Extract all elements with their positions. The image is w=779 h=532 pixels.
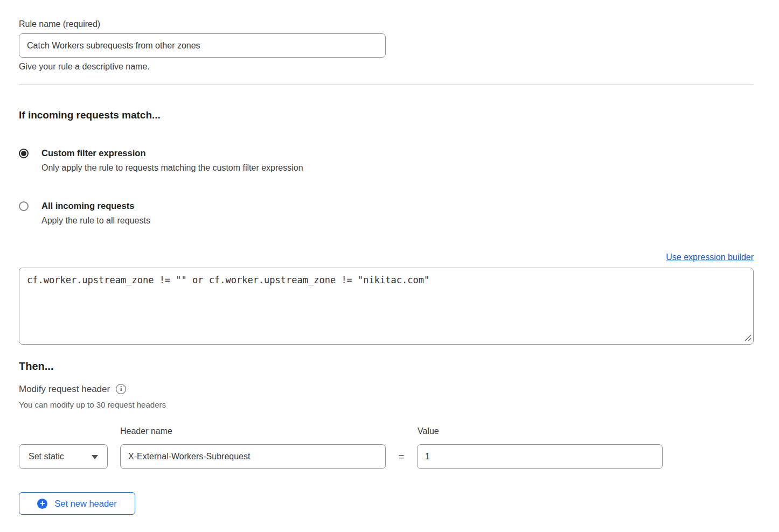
radio-option-description: Only apply the rule to requests matching… bbox=[41, 163, 303, 173]
header-name-label: Header name bbox=[120, 426, 172, 436]
header-name-input[interactable] bbox=[120, 444, 386, 469]
resize-handle-icon[interactable] bbox=[744, 334, 752, 341]
set-new-header-button[interactable]: + Set new header bbox=[19, 492, 135, 515]
operation-select[interactable]: Set static bbox=[19, 444, 108, 469]
expression-editor: cf.worker.upstream_zone != "" or cf.work… bbox=[19, 268, 754, 345]
equals-sign: = bbox=[386, 451, 417, 463]
set-new-header-label: Set new header bbox=[54, 499, 117, 509]
value-label: Value bbox=[418, 426, 439, 436]
chevron-down-icon bbox=[92, 455, 98, 459]
radio-button-icon[interactable] bbox=[19, 149, 29, 158]
modify-request-header-label: Modify request header bbox=[19, 383, 110, 395]
rule-name-input[interactable] bbox=[19, 33, 386, 58]
match-section-heading: If incoming requests match... bbox=[19, 109, 754, 121]
operation-select-value: Set static bbox=[29, 452, 64, 461]
radio-option-custom-filter[interactable]: Custom filter expression Only apply the … bbox=[19, 148, 754, 173]
radio-option-label: Custom filter expression bbox=[41, 148, 303, 158]
then-section-heading: Then... bbox=[19, 360, 754, 373]
radio-option-all-requests[interactable]: All incoming requests Apply the rule to … bbox=[19, 200, 754, 226]
rule-name-label: Rule name (required) bbox=[19, 19, 754, 29]
use-expression-builder-link[interactable]: Use expression builder bbox=[666, 253, 754, 262]
builder-link-row: Use expression builder bbox=[19, 252, 754, 263]
info-icon[interactable]: i bbox=[116, 384, 126, 394]
radio-option-label: All incoming requests bbox=[41, 200, 150, 211]
header-row: Set static = bbox=[19, 444, 754, 469]
rule-name-help: Give your rule a descriptive name. bbox=[19, 61, 754, 72]
plus-icon: + bbox=[37, 499, 47, 509]
header-row-labels: Header name Value bbox=[19, 426, 754, 436]
header-value-input[interactable] bbox=[417, 444, 663, 469]
filter-expression-textarea[interactable]: cf.worker.upstream_zone != "" or cf.work… bbox=[19, 268, 754, 345]
radio-button-icon[interactable] bbox=[19, 201, 29, 211]
rule-editor-form: Rule name (required) Give your rule a de… bbox=[0, 0, 779, 515]
modify-header-help: You can modify up to 30 request headers bbox=[19, 400, 754, 410]
section-divider bbox=[19, 85, 754, 85]
radio-option-description: Apply the rule to all requests bbox=[41, 215, 150, 226]
